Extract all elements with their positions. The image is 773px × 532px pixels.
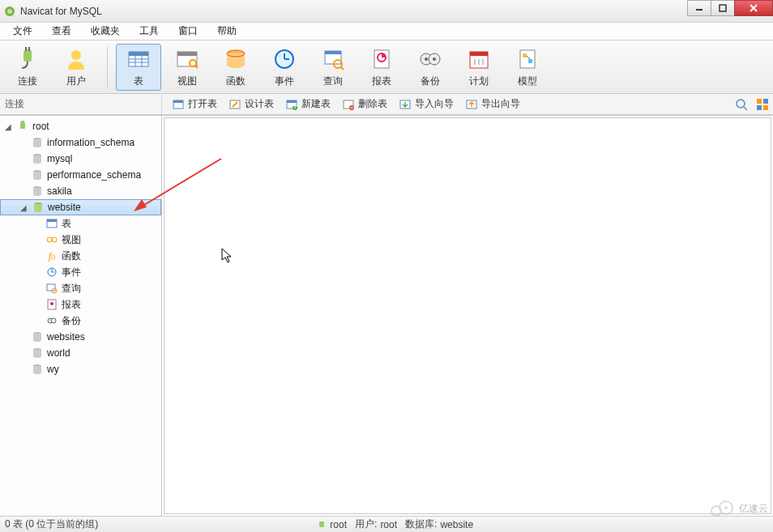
maximize-button[interactable] <box>711 0 735 16</box>
tool-table[interactable]: 表 <box>116 44 161 91</box>
cursor-icon <box>221 248 234 264</box>
svg-point-1 <box>7 9 12 14</box>
connection-tree[interactable]: ◢ root information_schema mysql performa… <box>0 116 162 516</box>
tree-label: 查询 <box>62 282 81 296</box>
queries-icon <box>45 282 58 295</box>
tree-db[interactable]: performance_schema <box>0 167 161 183</box>
tool-label: 事件 <box>275 74 294 88</box>
main-area: ◢ root information_schema mysql performa… <box>0 115 773 516</box>
svg-rect-60 <box>763 99 768 104</box>
tree-functions[interactable]: f()函数 <box>0 248 161 264</box>
tree-events[interactable]: 事件 <box>0 264 161 280</box>
tree-label: websites <box>47 331 85 343</box>
tree-tables[interactable]: 表 <box>0 215 161 232</box>
tool-schedule[interactable]: 计划 <box>456 44 502 91</box>
clock-icon <box>271 46 297 72</box>
tool-event[interactable]: 事件 <box>262 44 307 91</box>
svg-point-81 <box>50 302 53 305</box>
delete-table-icon <box>342 98 355 111</box>
window-controls <box>688 0 773 16</box>
database-icon <box>31 330 44 343</box>
tool-label: 报表 <box>372 74 391 88</box>
svg-rect-42 <box>528 59 532 63</box>
tool-user[interactable]: 用户 <box>53 44 99 91</box>
watermark: 亿速云 <box>708 500 768 517</box>
tree-views[interactable]: 视图 <box>0 232 161 248</box>
expander-icon[interactable]: ◢ <box>19 202 28 212</box>
tool-report[interactable]: 报表 <box>359 44 404 91</box>
tree-db[interactable]: mysql <box>0 151 161 167</box>
svg-rect-62 <box>763 105 768 110</box>
tool-label: 查询 <box>323 74 343 88</box>
menu-window[interactable]: 窗口 <box>169 23 207 40</box>
sub-toolbar-row: 连接 打开表 设计表 +新建表 删除表 导入向导 导出向导 <box>0 94 773 115</box>
close-button[interactable] <box>734 0 773 16</box>
tool-label: 表 <box>134 74 143 88</box>
tree-db[interactable]: world <box>0 345 161 361</box>
tool-label: 模型 <box>518 74 537 88</box>
svg-rect-89 <box>319 521 324 527</box>
tree-queries[interactable]: 查询 <box>0 280 161 296</box>
window-title: Navicat for MySQL <box>20 6 102 17</box>
grid-view-icon[interactable] <box>755 97 770 112</box>
menu-tools[interactable]: 工具 <box>130 23 169 40</box>
menu-help[interactable]: 帮助 <box>207 23 246 40</box>
expander-icon[interactable]: ◢ <box>3 121 13 131</box>
tree-label: website <box>48 202 81 213</box>
tree-backups[interactable]: 备份 <box>0 313 161 329</box>
tool-connection[interactable]: 连接 <box>5 44 50 91</box>
svg-point-92 <box>724 506 728 509</box>
tool-backup[interactable]: 备份 <box>408 44 453 91</box>
tree-db[interactable]: websites <box>0 329 161 345</box>
svg-point-9 <box>71 50 81 60</box>
svg-point-83 <box>51 318 56 323</box>
tree-label: 视图 <box>62 233 81 247</box>
tool-query[interactable]: 查询 <box>310 44 356 91</box>
report-icon <box>369 46 395 72</box>
connection-panel-label: 连接 <box>0 94 162 114</box>
tool-label: 备份 <box>421 74 440 88</box>
status-database: 数据库: website <box>405 517 473 531</box>
status-user: 用户: root <box>355 517 397 531</box>
sub-design-table[interactable]: 设计表 <box>224 96 279 113</box>
svg-rect-41 <box>523 53 527 57</box>
tree-label: 表 <box>62 217 71 231</box>
tree-db[interactable]: wy <box>0 361 161 377</box>
svg-line-28 <box>341 67 344 70</box>
database-icon <box>31 185 44 198</box>
tool-model[interactable]: 模型 <box>505 44 550 91</box>
import-icon <box>399 98 412 111</box>
svg-point-74 <box>52 237 57 242</box>
sub-import-wizard[interactable]: 导入向导 <box>394 96 459 113</box>
titlebar: Navicat for MySQL <box>0 0 773 23</box>
tool-function[interactable]: 函数 <box>213 44 258 91</box>
sub-delete-table[interactable]: 删除表 <box>337 96 392 113</box>
tree-db-website[interactable]: ◢website <box>0 199 161 215</box>
status-left: 0 表 (0 位于当前的组) <box>5 517 98 531</box>
tree-db[interactable]: information_schema <box>0 134 161 151</box>
tree-root[interactable]: ◢ root <box>0 118 161 134</box>
tool-view[interactable]: 视图 <box>164 44 210 91</box>
svg-rect-78 <box>47 284 55 291</box>
sub-export-wizard[interactable]: 导出向导 <box>460 96 525 113</box>
sub-open-table[interactable]: 打开表 <box>167 96 222 113</box>
tree-db[interactable]: sakila <box>0 183 161 199</box>
svg-point-34 <box>433 57 436 61</box>
open-table-icon <box>172 98 185 111</box>
search-icon[interactable] <box>734 97 749 112</box>
tree-label: performance_schema <box>47 169 141 181</box>
reports-icon <box>45 298 58 311</box>
new-table-icon: + <box>285 98 298 111</box>
status-connection: root <box>317 519 347 530</box>
menu-view[interactable]: 查看 <box>42 23 81 40</box>
plug-icon <box>15 46 41 72</box>
export-icon <box>465 98 478 111</box>
tool-label: 用户 <box>66 74 86 88</box>
minimize-button[interactable] <box>687 0 711 16</box>
separator <box>107 47 108 87</box>
menu-favorites[interactable]: 收藏夹 <box>81 23 130 40</box>
tree-reports[interactable]: 报表 <box>0 296 161 313</box>
menu-file[interactable]: 文件 <box>3 23 42 40</box>
sub-new-table[interactable]: +新建表 <box>280 96 335 113</box>
tree-label: sakila <box>47 185 72 197</box>
